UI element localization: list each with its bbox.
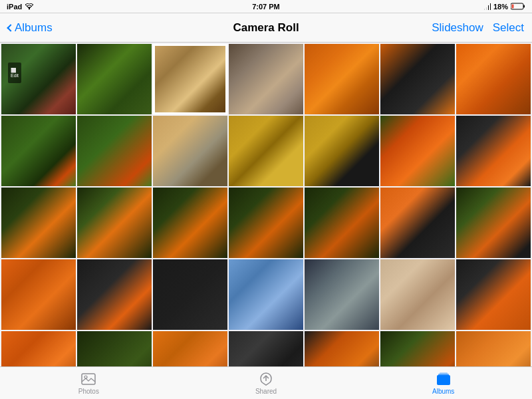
photo-thumb[interactable] (77, 259, 152, 330)
photo-thumb[interactable] (1, 259, 76, 330)
photo-thumb[interactable] (1, 116, 76, 186)
grid-row (1, 116, 531, 186)
back-button[interactable]: Albums (15, 21, 53, 35)
select-button[interactable]: Select (493, 21, 524, 35)
grid-row (1, 331, 531, 366)
svg-rect-13 (440, 372, 448, 374)
photo-thumb[interactable] (456, 259, 531, 330)
photo-thumb[interactable] (77, 188, 152, 258)
photo-thumb[interactable] (456, 331, 531, 366)
svg-marker-1 (490, 3, 491, 10)
svg-point-0 (29, 8, 30, 9)
photo-thumb[interactable] (153, 44, 227, 114)
photo-thumb[interactable] (229, 188, 303, 258)
nav-bar: Albums Camera Roll Slideshow Select (0, 13, 532, 43)
svg-rect-6 (523, 5, 525, 8)
shared-tab-icon (258, 372, 274, 386)
page-title: Camera Roll (233, 21, 299, 35)
photo-thumb[interactable] (380, 188, 455, 258)
carrier-label: iPad (7, 3, 22, 11)
signal-icon (483, 3, 491, 10)
svg-marker-2 (488, 5, 489, 10)
tab-bar: Photos Shared Albums (0, 366, 532, 399)
grid-row: ⬜Edit (1, 44, 531, 114)
photo-thumb[interactable] (305, 188, 379, 258)
photos-tab-icon (80, 372, 96, 386)
status-right: 18% (483, 3, 525, 11)
photo-thumb[interactable] (305, 259, 379, 330)
photo-thumb[interactable] (153, 331, 227, 366)
photo-thumb[interactable] (153, 116, 227, 186)
photo-thumb[interactable] (456, 116, 531, 186)
nav-back[interactable]: Albums (8, 21, 53, 35)
grid-row (1, 259, 531, 330)
photo-thumb[interactable] (153, 188, 227, 258)
tab-photos[interactable]: Photos (0, 372, 178, 395)
svg-marker-4 (484, 9, 485, 10)
photo-thumb[interactable] (229, 44, 303, 114)
svg-marker-3 (486, 7, 487, 10)
battery-label: 18% (493, 3, 508, 11)
wifi-icon (25, 3, 34, 10)
photo-grid: ⬜Edit (0, 43, 532, 366)
photo-thumb[interactable] (380, 44, 455, 114)
photo-thumb[interactable] (305, 116, 379, 186)
slideshow-button[interactable]: Slideshow (432, 21, 483, 35)
grid-row (1, 188, 531, 258)
albums-tab-label: Albums (432, 388, 454, 395)
nav-actions: Slideshow Select (432, 21, 524, 35)
photo-thumb[interactable] (380, 331, 455, 366)
photo-thumb[interactable] (456, 44, 531, 114)
status-time: 7:07 PM (252, 3, 280, 11)
photo-thumb[interactable] (153, 259, 227, 330)
photo-thumb[interactable] (77, 116, 152, 186)
shared-tab-label: Shared (255, 388, 277, 395)
photo-thumb[interactable] (380, 259, 455, 330)
status-left: iPad (7, 3, 34, 11)
back-chevron-icon (7, 24, 14, 31)
photo-thumb[interactable] (77, 44, 152, 114)
albums-tab-icon (436, 372, 452, 386)
photo-thumb[interactable] (1, 188, 76, 258)
photo-thumb[interactable] (305, 44, 379, 114)
photo-thumb[interactable] (1, 331, 76, 366)
svg-rect-11 (437, 375, 450, 385)
photo-thumb[interactable]: ⬜Edit (1, 44, 76, 114)
photo-thumb[interactable] (305, 331, 379, 366)
status-bar: iPad 7:07 PM 18% (0, 0, 532, 13)
battery-icon (511, 3, 525, 10)
photo-thumb[interactable] (456, 188, 531, 258)
svg-rect-7 (512, 5, 514, 9)
photo-thumb[interactable] (229, 331, 303, 366)
photo-thumb[interactable] (380, 116, 455, 186)
photo-thumb[interactable] (229, 259, 303, 330)
tab-albums[interactable]: Albums (354, 372, 532, 395)
photos-tab-label: Photos (78, 388, 99, 395)
tab-shared[interactable]: Shared (178, 372, 355, 395)
photo-thumb[interactable] (77, 331, 152, 366)
photo-thumb[interactable] (229, 116, 303, 186)
svg-rect-8 (82, 374, 95, 384)
